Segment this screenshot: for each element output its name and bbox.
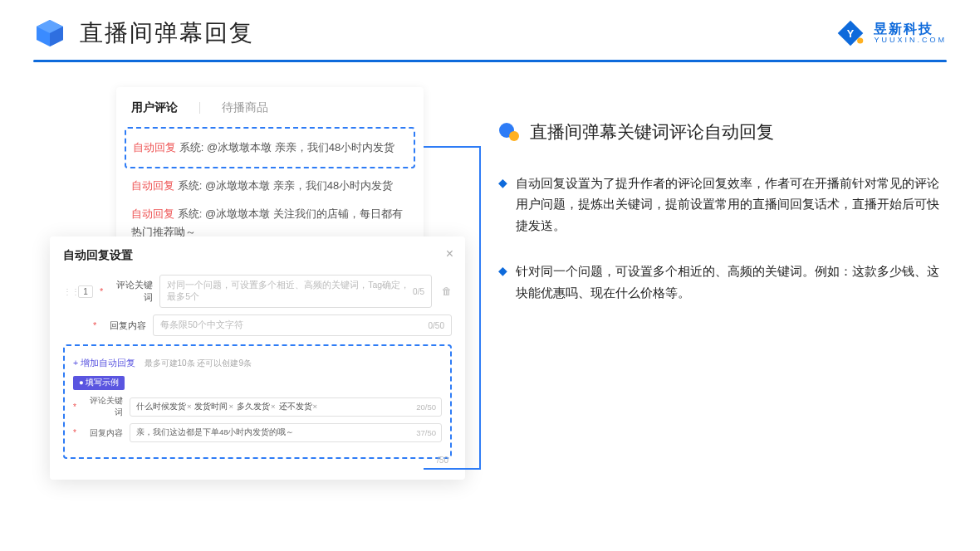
bullet-text-2: 针对同一个问题，可设置多个相近的、高频的关键词。例如：这款多少钱、这块能优惠吗、…	[516, 261, 947, 304]
brand-name: 昱新科技	[874, 22, 947, 37]
settings-title: 自动回复设置	[63, 248, 452, 263]
comment-text-2: @冰墩墩本墩 亲亲，我们48小时内发货	[205, 179, 393, 192]
ex-content-label: 回复内容	[83, 427, 123, 439]
brand: Y 昱新科技 YUUXIN.COM	[835, 18, 947, 48]
cube-icon	[33, 17, 66, 50]
auto-reply-badge: 自动回复	[131, 207, 174, 220]
keyword-input[interactable]: 对同一个问题，可设置多个相近、高频的关键词，Tag确定，最多5个 0/5	[159, 275, 432, 308]
outer-count: /50	[63, 456, 452, 465]
keyword-placeholder: 对同一个问题，可设置多个相近、高频的关键词，Tag确定，最多5个	[167, 280, 413, 303]
example-box: + 增加自动回复 最多可建10条 还可以创建9条 ● 填写示例 * 评论关键词 …	[63, 344, 452, 459]
required-star: *	[73, 402, 76, 412]
content-label: 回复内容	[103, 319, 146, 332]
bullet-text-1: 自动回复设置为了提升作者的评论回复效率，作者可在开播前针对常见的评论用户问题，提…	[516, 173, 947, 236]
keyword-count: 0/5	[413, 287, 424, 296]
brand-logo-icon: Y	[835, 18, 865, 48]
add-auto-reply-link[interactable]: + 增加自动回复	[73, 358, 135, 368]
delete-icon[interactable]: 🗑	[442, 285, 452, 297]
bullet-icon: ◆	[498, 261, 507, 304]
svg-point-5	[858, 37, 864, 43]
svg-point-7	[509, 131, 519, 141]
keyword-label: 评论关键词	[110, 279, 153, 304]
required-star: *	[93, 320, 96, 330]
example-badge: ● 填写示例	[73, 376, 125, 390]
ex-keyword-label: 评论关键词	[83, 395, 123, 418]
auto-reply-badge: 自动回复	[131, 179, 174, 192]
sys-label: 系统:	[178, 207, 203, 220]
ex-keyword-input[interactable]: 什么时候发货 发货时间 多久发货 还不发货 20/50	[130, 397, 442, 417]
tag[interactable]: 发货时间	[194, 402, 233, 412]
bullet-icon: ◆	[498, 173, 507, 236]
tab-sep	[199, 102, 200, 114]
ex-keyword-count: 20/50	[416, 402, 436, 412]
page-title: 直播间弹幕回复	[80, 17, 254, 49]
tab-pending-products[interactable]: 待播商品	[222, 100, 268, 115]
drag-handle-icon[interactable]: ⋮⋮	[63, 287, 71, 296]
required-star: *	[100, 286, 103, 296]
add-hint: 最多可建10条 还可以创建9条	[145, 358, 252, 368]
highlighted-comment: 自动回复 系统: @冰墩墩本墩 亲亲，我们48小时内发货	[125, 127, 415, 168]
comment-text-1: @冰墩墩本墩 亲亲，我们48小时内发货	[207, 141, 394, 154]
brand-sub: YUUXIN.COM	[874, 37, 947, 45]
settings-modal: 自动回复设置 × ⋮⋮ 1 * 评论关键词 对同一个问题，可设置多个相近、高频的…	[50, 236, 465, 480]
ex-content-count: 37/50	[416, 428, 436, 437]
info-title: 直播间弹幕关键词评论自动回复	[530, 120, 774, 144]
tag[interactable]: 多久发货	[237, 402, 276, 412]
tag[interactable]: 还不发货	[279, 402, 318, 412]
auto-reply-badge: 自动回复	[133, 141, 176, 154]
content-count: 0/50	[429, 321, 444, 330]
ex-content-input[interactable]: 亲，我们这边都是下单48小时内发货的哦～ 37/50	[130, 423, 442, 442]
content-input[interactable]: 每条限50个中文字符 0/50	[153, 315, 452, 336]
tab-user-comments[interactable]: 用户评论	[131, 100, 178, 115]
tag[interactable]: 什么时候发货	[136, 402, 192, 412]
chat-icon	[498, 121, 520, 143]
required-star: *	[73, 428, 76, 437]
content-placeholder: 每条限50个中文字符	[160, 319, 243, 331]
svg-text:Y: Y	[847, 28, 855, 40]
sys-label: 系统:	[178, 179, 203, 192]
ex-content-text: 亲，我们这边都是下单48小时内发货的哦～	[136, 427, 295, 438]
close-icon[interactable]: ×	[446, 246, 453, 261]
sys-label: 系统:	[179, 141, 204, 154]
row-number: 1	[78, 285, 93, 298]
